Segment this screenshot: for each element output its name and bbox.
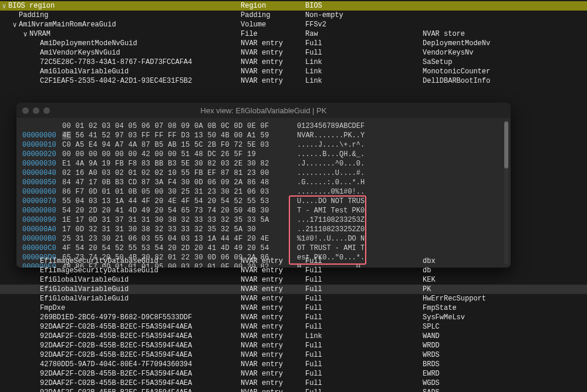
- tree-row[interactable]: FmpDxeNVAR entryFullFmpState: [0, 303, 587, 313]
- hex-row[interactable]: 000000901E 17 0D 31 37 31 31 30 38 32 33…: [22, 215, 505, 225]
- hex-ascii[interactable]: NVAR.......PK..Y: [297, 131, 365, 140]
- tree-row[interactable]: EfiGlobalVariableGuidNVAR entryFullPK: [0, 285, 587, 294]
- hex-view-titlebar[interactable]: Hex view: EfiGlobalVariableGuid | PK: [16, 103, 511, 118]
- hex-row[interactable]: 000000B025 31 23 30 21 06 03 55 04 03 13…: [22, 234, 505, 244]
- hex-bytes[interactable]: 02 16 A0 03 02 01 02 02 10 55 FB EF 87 8…: [62, 168, 297, 178]
- tree-item-text: WRDD: [423, 342, 440, 350]
- hex-scrollbar-thumb[interactable]: [504, 121, 508, 168]
- tree-row[interactable]: 92DAAF2F-C02B-455B-B2EC-F5A3594F4AEANVAR…: [0, 332, 587, 341]
- minimize-icon[interactable]: [33, 107, 39, 114]
- hex-offset: 00000030: [22, 159, 62, 168]
- tree-item-text: SADS: [423, 388, 440, 392]
- tree-item-name: 92DAAF2F-C02B-455B-B2EC-F5A3594F4AEA: [40, 351, 192, 359]
- tree-row[interactable]: 92DAAF2F-C02B-455B-B2EC-F5A3594F4AEANVAR…: [0, 322, 587, 332]
- tree-row[interactable]: 92DAAF2F-C02B-455B-B2EC-F5A3594F4AEANVAR…: [0, 369, 587, 379]
- bios-tree-bottom[interactable]: EfiImageSecurityDatabaseGuidNVAR entryFu…: [0, 255, 587, 392]
- hex-bytes[interactable]: 54 20 2D 20 41 4D 49 20 54 65 73 74 20 5…: [62, 206, 297, 215]
- tree-row[interactable]: ∨BIOS regionRegionBIOS: [0, 1, 587, 11]
- tree-item-text: DellDBARBootInfo: [423, 77, 490, 85]
- tree-row[interactable]: 92DAAF2F-C02B-455B-B2EC-F5A3594F4AEANVAR…: [0, 341, 587, 350]
- hex-row[interactable]: 00000030E1 4A 9A 19 FB F8 83 BB B3 5E 30…: [22, 159, 505, 168]
- tree-row[interactable]: PaddingPaddingNon-empty: [0, 11, 587, 20]
- window-traffic-lights[interactable]: [22, 107, 50, 114]
- tree-row[interactable]: 92DAAF2F-C02B-455B-B2EC-F5A3594F4AEANVAR…: [0, 350, 587, 360]
- tree-row[interactable]: 92DAAF2F-C02B-455B-B2EC-F5A3594F4AEANVAR…: [0, 379, 587, 388]
- tree-row[interactable]: EfiImageSecurityDatabaseGuidNVAR entryFu…: [0, 256, 587, 266]
- tree-item-type: NVAR entry: [241, 67, 283, 76]
- hex-scrollbar[interactable]: [504, 120, 508, 264]
- tree-row[interactable]: 92DAAF2F-C02B-455B-B2EC-F5A3594F4AEANVAR…: [0, 388, 587, 392]
- hex-bytes[interactable]: 1E 17 0D 31 37 31 31 30 38 32 33 33 32 3…: [62, 215, 297, 225]
- hex-ascii[interactable]: T - AMI Test PK0: [297, 206, 365, 215]
- hex-bytes[interactable]: E1 4A 9A 19 FB F8 83 BB B3 5E 30 82 03 2…: [62, 159, 297, 168]
- hex-bytes[interactable]: 25 31 23 30 21 06 03 55 04 03 13 1A 44 4…: [62, 234, 297, 244]
- tree-row[interactable]: ∨NVRAMFileRawNVAR store: [0, 29, 587, 39]
- hex-row[interactable]: 000000C04F 54 20 54 52 55 53 54 20 2D 20…: [22, 244, 505, 253]
- hex-ascii[interactable]: .J.......^0...0.: [297, 159, 365, 168]
- hex-bytes[interactable]: 84 47 17 0B B3 CD 87 3A F4 30 0D 06 09 2…: [62, 178, 297, 187]
- hex-bytes[interactable]: 17 0D 32 31 31 30 38 32 33 33 32 35 32 5…: [62, 225, 297, 234]
- hex-row[interactable]: 000000004E 56 41 52 97 03 FF FF FF D3 13…: [22, 131, 505, 140]
- hex-ascii[interactable]: U....DO NOT TRUS: [297, 197, 365, 206]
- tree-item-type: NVAR entry: [241, 342, 283, 350]
- expand-arrow-icon[interactable]: ∨: [0, 2, 8, 11]
- expand-arrow-icon[interactable]: ∨: [11, 21, 19, 29]
- tree-row[interactable]: AmiDeploymentModeNvGuidNVAR entryFullDep…: [0, 39, 587, 48]
- tree-row[interactable]: AmiGlobalVariableGuidNVAR entryLinkMonot…: [0, 67, 587, 76]
- hex-row[interactable]: 0000005084 47 17 0B B3 CD 87 3A F4 30 0D…: [22, 178, 505, 187]
- tree-row[interactable]: 269BD1ED-2BC6-4979-B682-D9C8F5533DDFNVAR…: [0, 313, 587, 322]
- hex-row[interactable]: 0000006086 F7 0D 01 01 0B 05 00 30 25 31…: [22, 187, 505, 197]
- hex-ascii[interactable]: .....J....\+.r^.: [297, 140, 365, 150]
- hex-row[interactable]: 000000A017 0D 32 31 31 30 38 32 33 33 32…: [22, 225, 505, 234]
- tree-item-name: 92DAAF2F-C02B-455B-B2EC-F5A3594F4AEA: [40, 323, 192, 331]
- hex-row[interactable]: 0000007055 04 03 13 1A 44 4F 20 4E 4F 54…: [22, 197, 505, 206]
- tree-row[interactable]: EfiImageSecurityDatabaseGuidNVAR entryFu…: [0, 266, 587, 275]
- hex-bytes[interactable]: 55 04 03 13 1A 44 4F 20 4E 4F 54 20 54 5…: [62, 197, 297, 206]
- hex-ascii[interactable]: ......B...QH.&_.: [297, 150, 365, 159]
- hex-bytes[interactable]: 4E 56 41 52 97 03 FF FF FF D3 13 50 4B 0…: [62, 131, 297, 140]
- hex-offset: 00000050: [22, 178, 62, 187]
- tree-item-subtype: Link: [305, 77, 322, 85]
- hex-ascii[interactable]: ........0%1#0!..: [297, 187, 365, 197]
- tree-item-subtype: FFSv2: [305, 21, 326, 29]
- tree-item-text: EWRD: [423, 370, 440, 378]
- hex-bytes[interactable]: 00 00 00 00 00 00 42 00 00 51 48 DC 26 5…: [62, 150, 297, 159]
- tree-row[interactable]: EfiGlobalVariableGuidNVAR entryFullHwErr…: [0, 294, 587, 303]
- bios-tree-top[interactable]: ∨BIOS regionRegionBIOSPaddingPaddingNon-…: [0, 0, 587, 87]
- tree-item-type: NVAR entry: [241, 313, 283, 322]
- hex-ascii[interactable]: ..211108233252Z0: [297, 225, 365, 234]
- tree-row[interactable]: 42780DD5-9A7D-404C-80E4-7F7094360394NVAR…: [0, 360, 587, 369]
- tree-item-name: EfiImageSecurityDatabaseGuid: [40, 266, 158, 275]
- hex-row[interactable]: 0000002000 00 00 00 00 00 42 00 00 51 48…: [22, 150, 505, 159]
- expand-arrow-icon[interactable]: ∨: [21, 30, 29, 39]
- hex-bytes[interactable]: 4F 54 20 54 52 55 53 54 20 2D 20 41 4D 4…: [62, 244, 297, 253]
- tree-row[interactable]: 72C5E28C-7783-43A1-8767-FAD73FCCAFA4NVAR…: [0, 58, 587, 67]
- tree-item-text: NVAR store: [423, 30, 465, 38]
- hex-offset: 00000060: [22, 187, 62, 197]
- hex-row[interactable]: 00000010C0 A5 E4 94 A7 4A 87 B5 AB 15 5C…: [22, 140, 505, 150]
- close-icon[interactable]: [22, 107, 29, 114]
- tree-item-name: 269BD1ED-2BC6-4979-B682-D9C8F5533DDF: [40, 313, 192, 322]
- hex-ascii[interactable]: .........U....#.: [297, 168, 365, 178]
- hex-view-body[interactable]: 00 01 02 03 04 05 06 07 08 09 0A 0B 0C 0…: [16, 118, 511, 268]
- hex-row[interactable]: 0000008054 20 2D 20 41 4D 49 20 54 65 73…: [22, 206, 505, 215]
- tree-item-type: NVAR entry: [241, 77, 283, 85]
- tree-row[interactable]: ∨AmiNvramMainRomAreaGuidVolumeFFSv2: [0, 20, 587, 29]
- hex-ascii[interactable]: .G.....:.0...*.H: [297, 178, 365, 187]
- hex-bytes[interactable]: 86 F7 0D 01 01 0B 05 00 30 25 31 23 30 2…: [62, 187, 297, 197]
- hex-ascii[interactable]: %1#0!..U....DO N: [297, 234, 365, 244]
- tree-item-text: BRDS: [423, 360, 440, 369]
- tree-row[interactable]: C2F1EAF5-2535-4042-A2D1-93EC4E31F5B2NVAR…: [0, 76, 587, 86]
- tree-item-text: SaSetup: [423, 58, 452, 66]
- tree-item-name: 92DAAF2F-C02B-455B-B2EC-F5A3594F4AEA: [40, 388, 192, 392]
- tree-item-text: dbx: [423, 257, 436, 265]
- tree-row[interactable]: AmiVendorKeysNvGuidNVAR entryFullVendorK…: [0, 48, 587, 58]
- zoom-icon[interactable]: [43, 107, 50, 114]
- hex-ascii[interactable]: ...171108233253Z: [297, 215, 365, 225]
- hex-bytes[interactable]: C0 A5 E4 94 A7 4A 87 B5 AB 15 5C 2B F0 7…: [62, 140, 297, 150]
- tree-item-name: AmiNvramMainRomAreaGuid: [19, 21, 116, 29]
- hex-ascii[interactable]: OT TRUST - AMI T: [297, 244, 365, 253]
- tree-row[interactable]: EfiGlobalVariableGuidNVAR entryFullKEK: [0, 275, 587, 285]
- hex-row[interactable]: 0000004002 16 A0 03 02 01 02 02 10 55 FB…: [22, 168, 505, 178]
- tree-item-text: WRDS: [423, 351, 440, 359]
